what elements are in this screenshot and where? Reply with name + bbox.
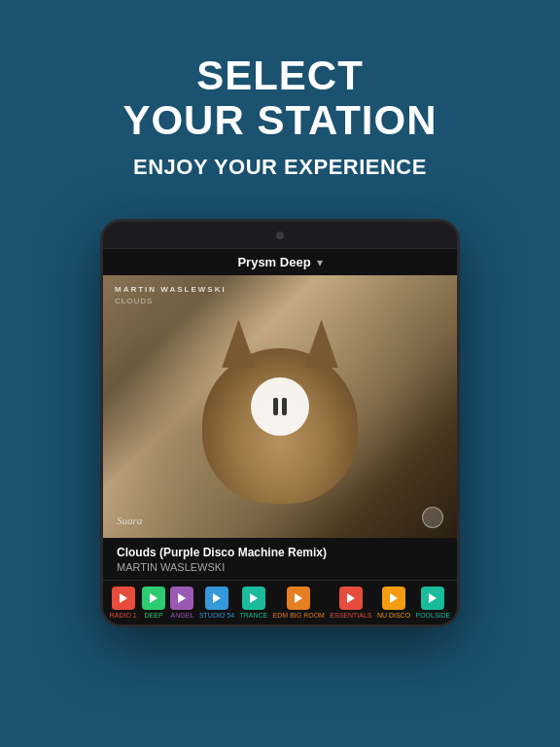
tab-essentials-label: ESSENTIALS [330, 612, 371, 620]
tablet-camera [276, 231, 284, 239]
tab-radio1[interactable]: RADIO 1 [110, 587, 137, 620]
tab-angel-label: ANGEL [171, 612, 194, 620]
tab-deep[interactable]: DEEP [142, 587, 165, 620]
title-line2: YOUR STATION [122, 97, 437, 143]
tab-studio54-label: STUDIO 54 [199, 612, 234, 620]
play-triangle-icon [178, 593, 186, 603]
tab-poolside-icon [421, 587, 444, 610]
tab-studio54[interactable]: STUDIO 54 [199, 587, 234, 620]
tab-trance[interactable]: TRANCE [239, 587, 267, 620]
tab-angel-icon [170, 587, 193, 610]
tab-edm[interactable]: EDM BIG ROOM [273, 587, 325, 620]
play-triangle-icon [390, 593, 398, 603]
tab-trance-icon [242, 587, 265, 610]
tab-poolside[interactable]: POOLSIDE [416, 587, 451, 620]
tab-deep-icon [142, 587, 165, 610]
tablet-top-bar [103, 222, 457, 249]
label-logo: Suara [117, 515, 142, 526]
tab-nudisco-label: NU DISCO [377, 612, 410, 620]
play-triangle-icon [213, 593, 221, 603]
tab-deep-label: DEEP [145, 612, 163, 620]
tab-essentials[interactable]: ESSENTIALS [330, 587, 371, 620]
album-art-section: MARTIN WASLEWSKI CLOUDS Suara [103, 275, 457, 538]
play-triangle-icon [150, 593, 158, 603]
tab-edm-icon [287, 587, 310, 610]
tab-angel[interactable]: ANGEL [170, 587, 193, 620]
pause-icon [273, 398, 287, 415]
play-triangle-icon [295, 593, 302, 603]
tab-essentials-icon [339, 587, 363, 610]
tab-nudisco[interactable]: NU DISCO [377, 587, 410, 620]
tab-poolside-label: POOLSIDE [416, 612, 451, 620]
track-title: Clouds (Purple Disco Machine Remix) [117, 546, 443, 559]
track-info: Clouds (Purple Disco Machine Remix) MART… [103, 538, 457, 579]
play-triangle-icon [120, 593, 127, 603]
play-triangle-icon [429, 593, 437, 603]
tab-trance-label: TRANCE [239, 612, 267, 620]
tab-nudisco-icon [382, 587, 405, 610]
header-section: SELECT YOUR STATION ENJOY YOUR EXPERIENC… [122, 0, 437, 209]
tab-studio54-icon [205, 587, 228, 610]
album-art: MARTIN WASLEWSKI CLOUDS Suara [103, 275, 457, 538]
station-bar[interactable]: Prysm Deep ▾ [103, 249, 457, 275]
tablet-device: Prysm Deep ▾ MARTIN WASLEWSKI CLOUDS Sua… [100, 219, 460, 627]
pause-bar-left [273, 398, 278, 415]
subtitle: ENJOY YOUR EXPERIENCE [122, 155, 437, 180]
play-triangle-icon [347, 593, 355, 603]
title-line1: SELECT [196, 53, 364, 98]
chevron-down-icon: ▾ [317, 256, 323, 269]
play-triangle-icon [250, 593, 258, 603]
pause-bar-right [282, 398, 287, 415]
station-name: Prysm Deep [237, 255, 310, 269]
track-artist: MARTIN WASLEWSKI [117, 561, 443, 573]
main-title: SELECT YOUR STATION [122, 53, 437, 143]
station-tabs: RADIO 1 DEEP ANGEL STUDIO 54 TRANCE [103, 580, 457, 625]
tab-edm-label: EDM BIG ROOM [273, 612, 325, 620]
tab-radio1-icon [112, 587, 135, 610]
play-pause-button[interactable] [251, 377, 309, 436]
tab-radio1-label: RADIO 1 [110, 612, 137, 620]
